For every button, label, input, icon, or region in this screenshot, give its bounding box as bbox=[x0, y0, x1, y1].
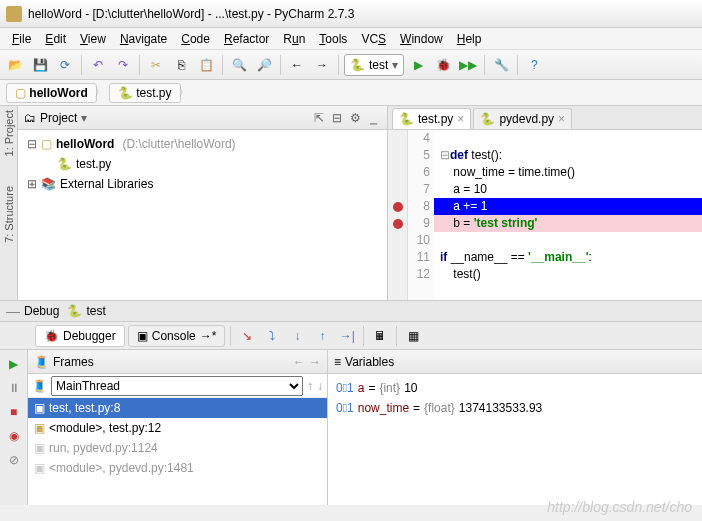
tree-root[interactable]: ⊟ ▢ helloWord (D:\clutter\helloWord) bbox=[26, 134, 379, 154]
paste-button[interactable]: 📋 bbox=[195, 54, 217, 76]
menu-run[interactable]: Run bbox=[277, 30, 311, 48]
prev-frame-icon[interactable]: ← bbox=[293, 355, 305, 369]
debug-button[interactable]: 🐞 bbox=[432, 54, 454, 76]
project-icon: 🗂 bbox=[24, 111, 36, 125]
frame-row[interactable]: ▣ run, pydevd.py:1124 bbox=[28, 438, 327, 458]
frames-icon: 🧵 bbox=[34, 355, 49, 369]
breakpoint-icon[interactable] bbox=[393, 202, 403, 212]
breadcrumb-project[interactable]: ▢ helloWord bbox=[6, 83, 97, 103]
next-frame-icon[interactable]: → bbox=[309, 355, 321, 369]
undo-button[interactable]: ↶ bbox=[87, 54, 109, 76]
sync-button[interactable]: ⟳ bbox=[54, 54, 76, 76]
forward-button[interactable]: → bbox=[311, 54, 333, 76]
separator bbox=[139, 55, 140, 75]
run-to-cursor-button[interactable]: →| bbox=[336, 325, 358, 347]
breakpoint-icon[interactable] bbox=[393, 219, 403, 229]
mute-breakpoints-button[interactable]: ⊘ bbox=[4, 450, 24, 470]
frame-list[interactable]: ▣ test, test.py:8 ▣ <module>, test.py:12… bbox=[28, 398, 327, 505]
tab-debugger[interactable]: 🐞 Debugger bbox=[35, 325, 125, 347]
back-button[interactable]: ← bbox=[286, 54, 308, 76]
python-file-icon: 🐍 bbox=[480, 112, 495, 126]
debug-body: ▶ ⏸ ■ ◉ ⊘ 🧵 Frames ← → 🧵 MainThread ↑ ↓ … bbox=[0, 350, 702, 505]
menu-view[interactable]: View bbox=[74, 30, 112, 48]
editor-tab-pydevd[interactable]: 🐍 pydevd.py × bbox=[473, 108, 572, 129]
view-breakpoints-button[interactable]: ◉ bbox=[4, 426, 24, 446]
project-tree[interactable]: ⊟ ▢ helloWord (D:\clutter\helloWord) 🐍 t… bbox=[18, 130, 387, 198]
scroll-from-source-icon[interactable]: ⇱ bbox=[311, 110, 327, 126]
tree-file[interactable]: 🐍 test.py bbox=[26, 154, 379, 174]
minimize-icon[interactable]: — bbox=[6, 303, 20, 319]
sidebar-tab-project[interactable]: 1: Project bbox=[3, 110, 15, 156]
hide-icon[interactable]: ⎯ bbox=[365, 110, 381, 126]
stop-button[interactable]: ■ bbox=[4, 402, 24, 422]
run-config-select[interactable]: 🐍 test ▾ bbox=[344, 54, 404, 76]
copy-button[interactable]: ⎘ bbox=[170, 54, 192, 76]
menu-help[interactable]: Help bbox=[451, 30, 488, 48]
thread-icon: 🧵 bbox=[32, 379, 47, 393]
frame-row[interactable]: ▣ <module>, test.py:12 bbox=[28, 418, 327, 438]
frame-row[interactable]: ▣ <module>, pydevd.py:1481 bbox=[28, 458, 327, 478]
run-button[interactable]: ▶ bbox=[407, 54, 429, 76]
code-text[interactable]: ⊟def test(): now_time = time.time() a = … bbox=[434, 130, 702, 300]
toolbar: 📂 💾 ⟳ ↶ ↷ ✂ ⎘ 📋 🔍 🔎 ← → 🐍 test ▾ ▶ 🐞 ▶▶ … bbox=[0, 50, 702, 80]
collapse-icon[interactable]: ⊟ bbox=[26, 137, 37, 151]
editor-tab-test[interactable]: 🐍 test.py × bbox=[392, 108, 471, 129]
pause-button[interactable]: ⏸ bbox=[4, 378, 24, 398]
menu-edit[interactable]: Edit bbox=[39, 30, 72, 48]
layout-button[interactable]: ▦ bbox=[402, 325, 424, 347]
debug-toolbar: 🐞 Debugger ▣ Console →* ↘ ⤵ ↓ ↑ →| 🖩 ▦ bbox=[0, 322, 702, 350]
save-button[interactable]: 💾 bbox=[29, 54, 51, 76]
variables-icon: ≡ bbox=[334, 355, 341, 369]
editor-tab-label: pydevd.py bbox=[499, 112, 554, 126]
settings-button[interactable]: 🔧 bbox=[490, 54, 512, 76]
variable-row[interactable]: 0⃣1 now_time = {float} 1374133533.93 bbox=[336, 398, 694, 418]
redo-button[interactable]: ↷ bbox=[112, 54, 134, 76]
window-title: helloWord - [D:\clutter\helloWord] - ...… bbox=[28, 7, 354, 21]
variable-row[interactable]: 0⃣1 a = {int} 10 bbox=[336, 378, 694, 398]
tree-external-libs[interactable]: ⊞ 📚 External Libraries bbox=[26, 174, 379, 194]
watermark: http://blog.csdn.net/cho bbox=[547, 499, 692, 515]
menu-window[interactable]: Window bbox=[394, 30, 449, 48]
open-button[interactable]: 📂 bbox=[4, 54, 26, 76]
menu-vcs[interactable]: VCS bbox=[355, 30, 392, 48]
equals: = bbox=[413, 401, 420, 415]
gear-icon[interactable]: ⚙ bbox=[347, 110, 363, 126]
show-execution-point-button[interactable]: ↘ bbox=[236, 325, 258, 347]
frame-row[interactable]: ▣ test, test.py:8 bbox=[28, 398, 327, 418]
expand-icon[interactable]: ⊞ bbox=[26, 177, 37, 191]
tab-console[interactable]: ▣ Console →* bbox=[128, 325, 226, 347]
close-icon[interactable]: × bbox=[457, 112, 464, 126]
thread-select[interactable]: MainThread bbox=[51, 376, 303, 396]
step-over-button[interactable]: ⤵ bbox=[261, 325, 283, 347]
code-editor[interactable]: 4567 89101112 ⊟def test(): now_time = ti… bbox=[388, 130, 702, 300]
chevron-down-icon[interactable]: ▾ bbox=[81, 111, 87, 125]
help-button[interactable]: ? bbox=[523, 54, 545, 76]
frame-label: run, pydevd.py:1124 bbox=[49, 441, 158, 455]
frame-label: test, test.py:8 bbox=[49, 401, 120, 415]
resume-button[interactable]: ▶ bbox=[4, 354, 24, 374]
cut-button[interactable]: ✂ bbox=[145, 54, 167, 76]
close-icon[interactable]: × bbox=[558, 112, 565, 126]
find-button[interactable]: 🔍 bbox=[228, 54, 250, 76]
menu-tools[interactable]: Tools bbox=[313, 30, 353, 48]
sidebar-tab-structure[interactable]: 7: Structure bbox=[3, 186, 15, 243]
menu-navigate[interactable]: Navigate bbox=[114, 30, 173, 48]
up-icon[interactable]: ↑ bbox=[307, 379, 313, 393]
breadcrumb-file[interactable]: 🐍 test.py bbox=[109, 83, 181, 103]
evaluate-button[interactable]: 🖩 bbox=[369, 325, 391, 347]
variables-list[interactable]: 0⃣1 a = {int} 10 0⃣1 now_time = {float} … bbox=[328, 374, 702, 422]
breakpoint-gutter[interactable] bbox=[388, 130, 408, 300]
menu-refactor[interactable]: Refactor bbox=[218, 30, 275, 48]
menu-code[interactable]: Code bbox=[175, 30, 216, 48]
menu-file[interactable]: File bbox=[6, 30, 37, 48]
collapse-all-icon[interactable]: ⊟ bbox=[329, 110, 345, 126]
python-file-icon: 🐍 bbox=[57, 157, 72, 171]
step-into-button[interactable]: ↓ bbox=[286, 325, 308, 347]
step-out-button[interactable]: ↑ bbox=[311, 325, 333, 347]
tree-root-label: helloWord bbox=[56, 137, 114, 151]
equals: = bbox=[368, 381, 375, 395]
project-panel: 🗂 Project ▾ ⇱ ⊟ ⚙ ⎯ ⊟ ▢ helloWord (D:\cl… bbox=[18, 106, 388, 300]
down-icon[interactable]: ↓ bbox=[317, 379, 323, 393]
run-more-button[interactable]: ▶▶ bbox=[457, 54, 479, 76]
replace-button[interactable]: 🔎 bbox=[253, 54, 275, 76]
